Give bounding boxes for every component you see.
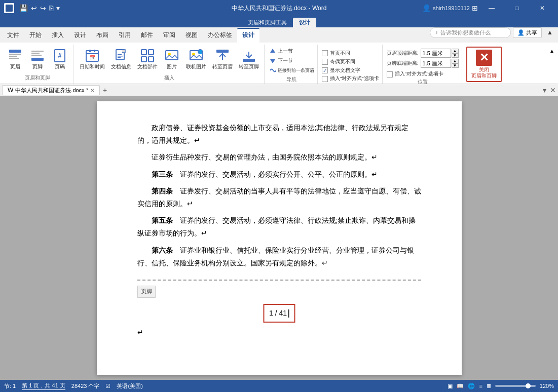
tab-references[interactable]: 引用 [114,29,136,43]
bottom-margin-down[interactable]: ▼ [452,63,459,68]
language[interactable]: 英语(美国) [117,382,142,390]
ribbon-tab-bar: 文件 开始 插入 设计 布局 引用 邮件 审阅 视图 办公标签 设计 ♀ 告诉我… [0,27,558,43]
para-4-bold: 第四条 [152,187,180,195]
date-time-button[interactable]: 📅 日期和时间 [78,47,107,71]
copy-button[interactable]: ⎘ [49,4,53,12]
close-header-footer-button[interactable]: ✕ 关闭页眉和页脚 [466,47,502,82]
tab-mailings[interactable]: 邮件 [136,29,158,43]
picture-button[interactable]: 图片 [162,47,182,71]
odd-even-diff-checkbox[interactable] [322,59,328,65]
svg-rect-11 [89,50,91,52]
tab-insert[interactable]: 插入 [47,29,69,43]
goto-header-button[interactable]: 转至页眉 [210,47,235,71]
view-read-icon[interactable]: 📖 [457,383,464,389]
svg-rect-18 [118,57,121,58]
doc-parts-icon [139,48,156,64]
document-page[interactable]: 政府债券、证券投资基金份额的上市交易，适用本法;其他法律、行政法规另有规定的，适… [97,101,462,375]
proofing-icon: ☑ [105,383,110,389]
tab-review[interactable]: 审阅 [158,29,180,43]
minimize-button[interactable]: — [480,0,503,16]
doc-close-button[interactable]: ✕ [550,86,556,94]
date-time-label: 日期和时间 [80,64,105,70]
save-button[interactable]: 💾 [19,4,28,12]
online-pic-button[interactable]: 🌐 联机图片 [184,47,208,71]
insert-align-tab-checkbox[interactable] [322,76,328,82]
doc-tab-dropdown[interactable]: ▾ [543,86,546,94]
footer-icon [29,48,46,64]
tab-layout[interactable]: 布局 [91,29,114,43]
date-time-icon: 📅 [84,48,100,64]
zoom-level[interactable]: 120% [540,383,554,389]
odd-even-diff-row: 奇偶页不同 [322,58,379,65]
tab-office-tab[interactable]: 办公标签 [203,29,237,43]
first-page-diff-checkbox[interactable] [322,50,328,56]
tab-view[interactable]: 视图 [180,29,203,43]
link-prev-label[interactable]: 链接到前一条页眉 [278,67,314,74]
insert-align-tab2-checkbox[interactable] [387,71,393,77]
footer-label: 页脚 [137,286,156,298]
view-normal-icon[interactable]: ▣ [448,383,453,389]
tab-home[interactable]: 开始 [24,29,47,43]
doc-parts-label: 文档部件 [137,64,158,70]
show-doc-text-checkbox[interactable] [322,67,328,73]
next-section-label[interactable]: 下一节 [278,57,293,64]
prev-section-row: 上一节 [269,47,314,56]
ribbon-group-header-footer-content: 页眉 页脚 # 页码 [5,45,70,73]
share-button[interactable]: 👤 共享 [513,27,542,38]
page-count[interactable]: 第 1 页，共 41 页 [22,382,65,390]
online-pic-icon: 🌐 [188,48,204,64]
footer-button[interactable]: 页脚 [27,47,48,71]
tab-design[interactable]: 设计 [69,29,91,43]
maximize-button[interactable]: □ [505,0,529,16]
tab-file[interactable]: 文件 [2,29,24,43]
close-button[interactable]: ✕ [531,0,554,16]
doc-tab-close-button[interactable]: ✕ [90,88,94,93]
text-cursor [288,309,289,318]
teams-icon[interactable]: ⊞ [472,4,478,12]
ribbon-collapse-button[interactable]: ▲ [544,24,556,41]
ribbon-group-header-footer: 页眉 页脚 # 页码 页眉和页脚 [2,45,73,84]
top-margin-label: 页眉顶端距离: [387,50,419,57]
svg-text:#: # [58,52,62,59]
view-draft-icon[interactable]: ≣ [487,383,491,389]
document-area: 政府债券、证券投资基金份额的上市交易，适用本法;其他法律、行政法规另有规定的，适… [0,96,558,380]
goto-footer-button[interactable]: 转至页脚 [237,47,261,71]
search-box[interactable]: ♀ 告诉我你想要做什么 [430,27,511,38]
online-pic-label: 联机图片 [186,64,206,70]
paragraph-4: 第四条 证券发行、交易活动的当事人具有平等的法律地位，应当遵守自愿、有偿、诚实信… [137,185,421,210]
doc-tab-main[interactable]: W 中华人民共和国证券法.docx * ✕ [2,85,100,95]
new-tab-button[interactable]: + [101,86,109,94]
quick-access-dropdown[interactable]: ▾ [56,4,60,12]
prev-section-label[interactable]: 上一节 [278,48,293,55]
doc-info-button[interactable]: 文档信息 [109,47,133,71]
top-margin-input[interactable]: 1.5 厘米 [421,49,451,58]
redo-button[interactable]: ↪ [40,4,46,12]
view-outline-icon[interactable]: ≡ [479,383,482,389]
contextual-design-tab[interactable]: 设计 [293,18,316,27]
tab-design-active[interactable]: 设计 [237,28,259,43]
ribbon-collapse-arrow[interactable]: ▲ [548,47,556,55]
prev-section-icon [269,47,277,55]
footer-return: ↵ [137,328,143,336]
svg-rect-0 [9,50,21,53]
section-info: 节: 1 [4,382,16,390]
username: shirh19910112 [433,5,470,11]
bottom-margin-input[interactable]: 1.5 厘米 [421,59,451,68]
picture-label: 图片 [167,64,177,70]
user-account[interactable]: 👤 [422,4,431,12]
first-page-diff-label: 首页不同 [330,50,350,57]
page-num-button[interactable]: # 页码 [50,47,70,71]
zoom-slider[interactable] [495,385,536,387]
top-margin-up[interactable]: ▲ [452,49,459,53]
ribbon-group-options: 首页不同 奇偶页不同 显示文档文字 插入"对齐方式"选项卡 [319,45,383,84]
bottom-margin-up[interactable]: ▲ [452,59,459,63]
page-number-box[interactable]: 1 / 41 [263,304,295,323]
doc-parts-button[interactable]: 文档部件 [135,47,160,71]
svg-rect-3 [9,58,19,59]
view-web-icon[interactable]: 🌐 [468,383,475,389]
group-insert-label: 插入 [164,73,174,82]
undo-button[interactable]: ↩ [31,4,37,12]
header-button[interactable]: 页眉 [5,47,25,71]
top-margin-down[interactable]: ▼ [452,53,459,58]
ribbon-group-options-content: 首页不同 奇偶页不同 显示文档文字 插入"对齐方式"选项卡 [322,45,379,82]
